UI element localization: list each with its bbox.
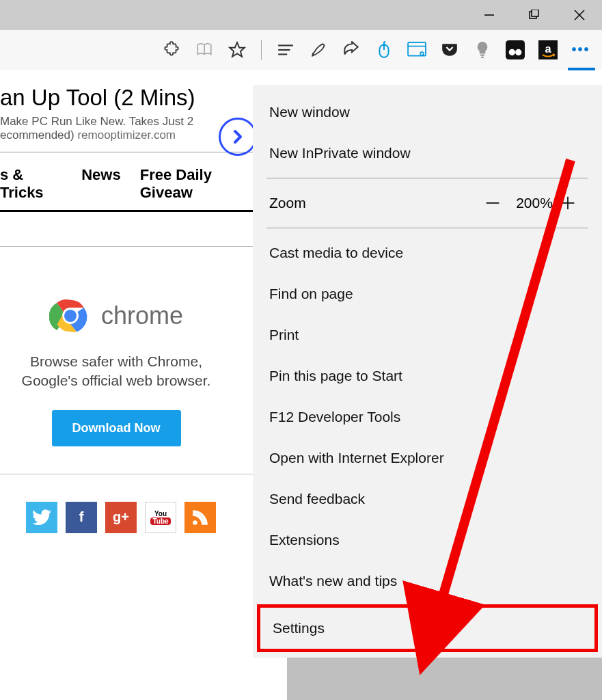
favorites-star-icon[interactable]: [225, 38, 249, 62]
window-maximize-button[interactable]: [512, 0, 557, 30]
zoom-out-button[interactable]: [483, 193, 510, 213]
svg-text:a: a: [545, 42, 551, 54]
more-menu-button[interactable]: •••: [569, 38, 592, 62]
menu-extensions[interactable]: Extensions: [253, 520, 602, 561]
category-tabs: s & Tricks News Free Daily Giveaw: [0, 152, 253, 212]
mouse-extension-icon[interactable]: [372, 38, 396, 62]
svg-point-25: [193, 520, 197, 525]
settings-menu: New window New InPrivate window Zoom 200…: [253, 85, 602, 658]
zoom-in-button[interactable]: [558, 193, 586, 213]
google-plus-icon[interactable]: g+: [105, 502, 137, 533]
menu-new-window[interactable]: New window: [253, 92, 602, 133]
menu-cast[interactable]: Cast media to device: [253, 232, 602, 273]
browser-toolbar: a •••: [0, 30, 602, 70]
menu-divider: [266, 178, 588, 178]
svg-marker-6: [230, 42, 245, 57]
svg-point-18: [509, 49, 515, 55]
svg-rect-16: [481, 56, 484, 57]
window-minimize-button[interactable]: [467, 0, 512, 30]
download-now-button[interactable]: Download Now: [52, 410, 181, 446]
notes-extension-icon[interactable]: [405, 38, 428, 62]
toolbar-divider: [261, 40, 262, 60]
reading-view-icon[interactable]: [193, 38, 216, 62]
extension-black-dots-icon[interactable]: [504, 38, 527, 62]
tab-tricks[interactable]: s & Tricks: [0, 166, 62, 202]
menu-zoom-row: Zoom 200%: [253, 183, 602, 224]
youtube-icon[interactable]: You Tube: [145, 502, 176, 533]
menu-settings[interactable]: Settings: [257, 604, 598, 652]
menu-new-inprivate[interactable]: New InPrivate window: [253, 133, 602, 174]
facebook-icon[interactable]: f: [66, 502, 97, 533]
divider: [0, 246, 253, 247]
menu-print[interactable]: Print: [253, 314, 602, 355]
menu-open-ie[interactable]: Open with Internet Explorer: [253, 438, 602, 479]
pocket-icon[interactable]: [438, 38, 461, 62]
zoom-label: Zoom: [269, 195, 483, 211]
zoom-value: 200%: [510, 195, 558, 211]
footer-gray-band: [287, 656, 602, 700]
divider: [0, 474, 253, 474]
chrome-logo-icon: [49, 295, 92, 337]
svg-point-24: [64, 310, 77, 322]
share-icon[interactable]: [340, 38, 363, 62]
chrome-tagline: Browse safer with Chrome, Google's offic…: [0, 352, 232, 391]
twitter-icon[interactable]: [26, 502, 57, 533]
svg-rect-2: [532, 10, 538, 16]
tab-news[interactable]: News: [81, 166, 120, 202]
menu-pin[interactable]: Pin this page to Start: [253, 355, 602, 396]
menu-whats-new[interactable]: What's new and tips: [253, 561, 602, 602]
amazon-extension-icon[interactable]: a: [536, 38, 560, 62]
window-titlebar: [0, 0, 602, 30]
extension-puzzle-icon[interactable]: [160, 38, 183, 62]
more-dots: •••: [571, 42, 590, 57]
svg-point-19: [515, 49, 521, 55]
menu-divider: [266, 228, 588, 228]
rss-icon[interactable]: [184, 502, 216, 533]
menu-find[interactable]: Find on page: [253, 273, 602, 314]
svg-rect-17: [506, 40, 525, 59]
chrome-promo: chrome Browse safer with Chrome, Google'…: [0, 295, 232, 446]
hub-icon[interactable]: [274, 38, 297, 62]
ad-next-arrow-icon[interactable]: [219, 118, 257, 156]
menu-feedback[interactable]: Send feedback: [253, 479, 602, 520]
chrome-name: chrome: [101, 301, 183, 330]
menu-devtools[interactable]: F12 Developer Tools: [253, 396, 602, 438]
svg-rect-15: [480, 54, 485, 55]
web-note-pen-icon[interactable]: [307, 38, 330, 62]
tab-giveaway[interactable]: Free Daily Giveaw: [140, 166, 253, 202]
window-close-button[interactable]: [557, 0, 602, 30]
page-content: an Up Tool (2 Mins) Make PC Run Like New…: [0, 85, 602, 700]
lightbulb-icon[interactable]: [471, 38, 494, 62]
